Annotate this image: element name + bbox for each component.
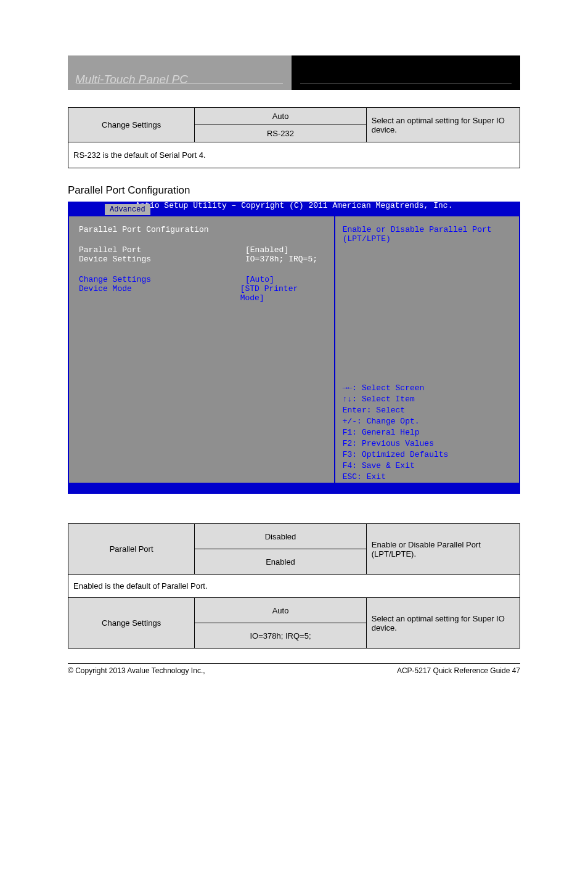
bios-key-6: F3: Optimized Defaults	[343, 449, 512, 460]
t2-r0-option2: Enabled	[195, 549, 367, 575]
settings-table-1: Change Settings Auto Select an optimal s…	[68, 107, 520, 168]
bios-left-pane: Parallel Port Configuration Parallel Por…	[69, 216, 335, 491]
t2-r1-item: Change Settings	[68, 598, 195, 649]
t2-note: Enabled is the default of Parallel Port.	[68, 575, 520, 598]
t1-desc: Select an optimal setting for Super IO d…	[366, 108, 520, 142]
bios-heading: Parallel Port Configuration	[79, 225, 324, 234]
section-title: Parallel Port Configuration	[68, 184, 520, 197]
t2-r1-desc: Select an optimal setting for Super IO d…	[366, 598, 520, 649]
bios-title: Aptio Setup Utility – Copyright (C) 2011…	[68, 202, 520, 203]
bios-row-change-settings[interactable]: Change Settings [Auto]	[79, 275, 324, 284]
bios-key-2: Enter: Select	[343, 405, 512, 416]
bios-screenshot: Aptio Setup Utility – Copyright (C) 2011…	[68, 202, 520, 494]
bios-help-text: Enable or Disable Parallel Port (LPT/LPT…	[343, 225, 512, 244]
bios-key-7: F4: Save & Exit	[343, 460, 512, 472]
t2-r0-item: Parallel Port	[68, 524, 195, 575]
bios-key-4: F1: General Help	[343, 427, 512, 438]
bios-row-parallel-port[interactable]: Parallel Port [Enabled]	[79, 245, 324, 255]
header-right: ACP-5217	[292, 55, 520, 90]
bios-key-1: ↑↓: Select Item	[343, 394, 512, 405]
t2-r0-desc: Enable or Disable Parallel Port (LPT/LPT…	[366, 524, 520, 575]
t2-r1-option2: IO=378h; IRQ=5;	[195, 623, 367, 649]
bios-row-device-mode[interactable]: Device Mode [STD Printer Mode]	[79, 284, 324, 303]
header-right-text: ACP-5217	[301, 73, 356, 86]
page-header: Multi-Touch Panel PC ACP-5217	[68, 55, 520, 90]
t2-r0-option1: Disabled	[195, 524, 367, 549]
settings-table-2: Parallel Port Disabled Enable or Disable…	[68, 523, 520, 649]
header-left-text: Multi-Touch Panel PC	[75, 73, 188, 86]
t2-r1-option1: Auto	[195, 598, 367, 623]
bios-key-8: ESC: Exit	[343, 472, 512, 483]
bios-key-0: →←: Select Screen	[343, 383, 512, 394]
bios-right-pane: Enable or Disable Parallel Port (LPT/LPT…	[335, 216, 519, 491]
t1-option1: Auto	[195, 108, 367, 125]
bios-key-5: F2: Previous Values	[343, 438, 512, 449]
t1-option2: RS-232	[195, 125, 367, 142]
footer-page: ACP-5217 Quick Reference Guide 47	[397, 666, 520, 675]
t1-default-note: RS-232 is the default of Serial Port 4.	[68, 142, 520, 168]
footer-copyright: © Copyright 2013 Avalue Technology Inc.,	[68, 666, 205, 675]
header-left: Multi-Touch Panel PC	[68, 55, 292, 90]
page-footer: © Copyright 2013 Avalue Technology Inc.,…	[68, 663, 520, 675]
bios-row-device-settings: Device Settings IO=378h; IRQ=5;	[79, 255, 324, 264]
bios-key-3: +/-: Change Opt.	[343, 416, 512, 427]
t1-item: Change Settings	[68, 108, 195, 142]
bios-tab-advanced[interactable]: Advanced	[105, 204, 150, 215]
bios-key-help: →←: Select Screen ↑↓: Select Item Enter:…	[343, 383, 512, 483]
